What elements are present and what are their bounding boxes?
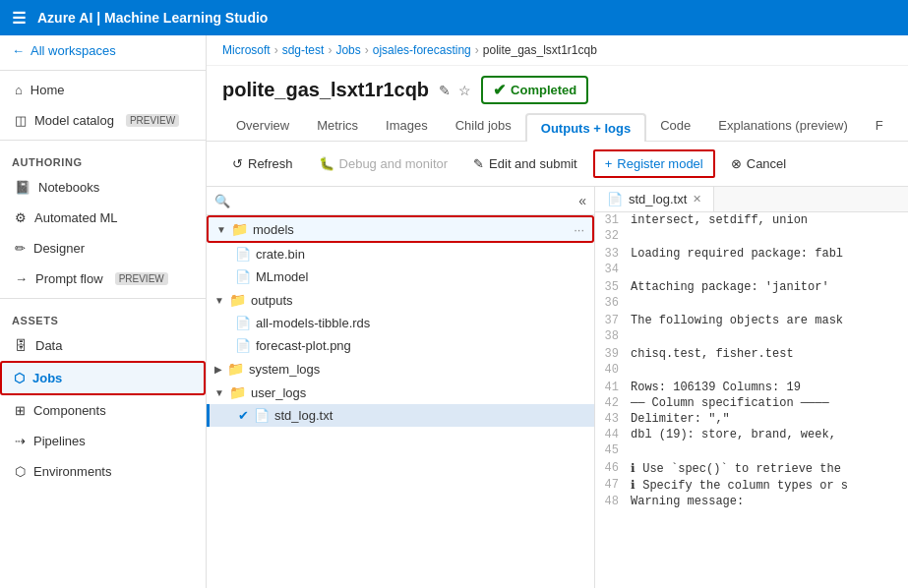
file-std-log[interactable]: ✔ 📄 std_log.txt — [207, 404, 594, 427]
tab-explanations[interactable]: Explanations (preview) — [704, 112, 862, 141]
folder-icon: 📁 — [231, 221, 248, 237]
data-label: Data — [35, 338, 62, 353]
sidebar-item-data[interactable]: 🗄 Data — [0, 330, 206, 361]
file-tab-icon: 📄 — [607, 192, 623, 206]
file-std-log-label: std_log.txt — [274, 408, 333, 423]
file-icon-5: 📄 — [254, 408, 270, 423]
chevron-right-icon: ▶ — [214, 364, 222, 375]
folder-user-logs[interactable]: ▼ 📁 user_logs — [207, 381, 594, 404]
chevron-left-icon: ← — [12, 43, 25, 58]
file-forecast-plot[interactable]: 📄 forecast-plot.png — [207, 334, 594, 357]
folder-models[interactable]: ▼ 📁 models ··· — [207, 215, 594, 243]
breadcrumb-microsoft[interactable]: Microsoft — [222, 43, 271, 57]
folder-outputs-icon: 📁 — [229, 292, 246, 308]
more-menu-models[interactable]: ··· — [574, 222, 584, 237]
edit-icon: ✎ — [473, 156, 484, 171]
bookmark-button[interactable]: ☆ — [458, 83, 471, 98]
status-dot: ✔ — [493, 81, 506, 99]
register-model-button[interactable]: + Register model — [593, 149, 715, 178]
file-crate-bin[interactable]: 📄 crate.bin — [207, 243, 594, 265]
breadcrumb-current: polite_gas_lsxt1r1cqb — [483, 43, 597, 57]
authoring-section-label: Authoring — [0, 145, 206, 172]
sidebar-item-prompt-flow[interactable]: → Prompt flow PREVIEW — [0, 264, 206, 294]
code-line-42: 42 ── Column specification ──── — [595, 395, 908, 411]
breadcrumb-sdg-test[interactable]: sdg-test — [282, 43, 325, 57]
sidebar-item-components[interactable]: ⊞ Components — [0, 395, 206, 426]
automated-ml-icon: ⚙ — [15, 210, 27, 225]
code-line-40: 40 — [595, 362, 908, 380]
edit-submit-button[interactable]: ✎ Edit and submit — [463, 151, 587, 176]
edit-title-button[interactable]: ✎ — [439, 83, 451, 98]
code-line-33: 33 Loading required package: fabl — [595, 246, 908, 262]
code-line-34: 34 — [595, 262, 908, 279]
job-title: polite_gas_lsxt1r1cqb — [222, 79, 429, 101]
sidebar-divider — [0, 70, 206, 71]
sep2: › — [328, 43, 332, 57]
sidebar-item-model-catalog[interactable]: ◫ Model catalog PREVIEW — [0, 105, 206, 136]
file-icon-4: 📄 — [235, 338, 251, 353]
sidebar-item-pipelines[interactable]: ⇢ Pipelines — [0, 426, 206, 456]
refresh-button[interactable]: ↺ Refresh — [222, 151, 303, 176]
folder-outputs[interactable]: ▼ 📁 outputs — [207, 288, 594, 312]
all-workspaces-label: All workspaces — [30, 43, 116, 58]
folder-system-logs-icon: 📁 — [227, 361, 244, 377]
file-icon-3: 📄 — [235, 316, 251, 330]
sidebar-item-automated-ml[interactable]: ⚙ Automated ML — [0, 203, 206, 233]
file-tibble-label: all-models-tibble.rds — [256, 316, 370, 330]
sidebar-item-designer[interactable]: ✏ Designer — [0, 233, 206, 264]
sidebar-item-all-workspaces[interactable]: ← All workspaces — [0, 35, 206, 66]
sep4: › — [475, 43, 479, 57]
code-line-46: 46 ℹ Use `spec()` to retrieve the — [595, 460, 908, 477]
file-mlmodel[interactable]: 📄 MLmodel — [207, 265, 594, 288]
sidebar-item-home[interactable]: ⌂ Home — [0, 75, 206, 105]
code-line-45: 45 — [595, 442, 908, 460]
file-tibble[interactable]: 📄 all-models-tibble.rds — [207, 312, 594, 334]
debug-button[interactable]: 🐛 Debug and monitor — [309, 151, 458, 176]
breadcrumb-jobs[interactable]: Jobs — [335, 43, 360, 57]
status-text: Completed — [511, 83, 576, 97]
top-bar: ☰ Azure AI | Machine Learning Studio — [0, 0, 908, 35]
collapse-panel-button[interactable]: « — [578, 193, 586, 208]
cancel-icon: ⊗ — [731, 156, 742, 171]
pipelines-icon: ⇢ — [15, 434, 26, 448]
code-line-47: 47 ℹ Specify the column types or s — [595, 477, 908, 494]
environments-icon: ⬡ — [15, 464, 26, 479]
code-tab-filename: std_log.txt — [629, 192, 687, 206]
folder-system-logs[interactable]: ▶ 📁 system_logs — [207, 357, 594, 381]
tab-bar: Overview Metrics Images Child jobs Outpu… — [207, 104, 908, 142]
tab-metrics[interactable]: Metrics — [303, 112, 372, 141]
code-line-36: 36 — [595, 295, 908, 313]
debug-icon: 🐛 — [319, 156, 334, 171]
tab-outputs-logs[interactable]: Outputs + logs — [525, 113, 646, 142]
jobs-label: Jobs — [32, 371, 62, 385]
jobs-icon: ⬡ — [14, 371, 25, 385]
folder-user-logs-label: user_logs — [251, 385, 306, 400]
code-line-35: 35 Attaching package: 'janitor' — [595, 279, 908, 295]
code-panel: 📄 std_log.txt ✕ 31 intersect, setdiff, u… — [595, 187, 908, 588]
designer-icon: ✏ — [15, 241, 26, 256]
sidebar-item-environments[interactable]: ⬡ Environments — [0, 456, 206, 487]
tab-more[interactable]: F — [862, 112, 897, 141]
content-area: 🔍 « ▼ 📁 models ··· 📄 crate.b — [207, 187, 908, 588]
file-panel: 🔍 « ▼ 📁 models ··· 📄 crate.b — [207, 187, 595, 588]
breadcrumb-ojsales[interactable]: ojsales-forecasting — [373, 43, 471, 57]
close-tab-button[interactable]: ✕ — [693, 193, 701, 206]
components-icon: ⊞ — [15, 403, 26, 418]
preview-badge: PREVIEW — [126, 114, 179, 127]
cancel-button[interactable]: ⊗ Cancel — [721, 151, 796, 176]
file-crate-label: crate.bin — [256, 247, 305, 262]
refresh-icon: ↺ — [232, 156, 243, 171]
code-tab-std-log[interactable]: 📄 std_log.txt ✕ — [595, 187, 714, 211]
home-icon: ⌂ — [15, 83, 23, 97]
code-line-48: 48 Warning message: — [595, 494, 908, 509]
tab-images[interactable]: Images — [372, 112, 442, 141]
plus-icon: + — [605, 156, 613, 171]
sidebar-item-jobs[interactable]: ⬡ Jobs — [0, 361, 206, 395]
search-input[interactable] — [236, 194, 573, 208]
tab-code[interactable]: Code — [646, 112, 704, 141]
tab-child-jobs[interactable]: Child jobs — [442, 112, 525, 141]
hamburger-icon[interactable]: ☰ — [12, 9, 26, 28]
tab-overview[interactable]: Overview — [222, 112, 303, 141]
sidebar-item-notebooks[interactable]: 📓 Notebooks — [0, 172, 206, 203]
home-label: Home — [30, 83, 65, 97]
